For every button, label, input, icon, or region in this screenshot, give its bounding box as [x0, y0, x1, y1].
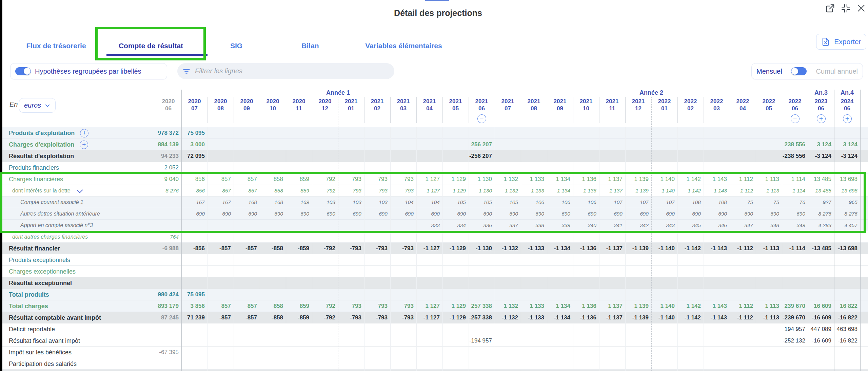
- column-separator: [677, 97, 678, 123]
- grouping-switch[interactable]: [15, 67, 30, 75]
- column-header-2022-01: 202201: [651, 98, 677, 112]
- cell: 3 856: [181, 300, 208, 312]
- cell: -1 136: [573, 312, 599, 323]
- cell: -67 395: [155, 347, 181, 358]
- cell: 857: [208, 185, 234, 197]
- cell: 333: [416, 220, 442, 231]
- collapse-column-icon[interactable]: −: [477, 114, 486, 123]
- column-header-2021-04: 202104: [416, 98, 442, 112]
- cell: 690: [390, 208, 416, 220]
- open-in-new-window-icon[interactable]: [825, 3, 835, 13]
- cell: -1 142: [677, 312, 704, 323]
- cell: 1 137: [599, 300, 625, 312]
- column-separator-strong: [181, 90, 182, 371]
- table-row-4: Charges financières9 0408568578578588597…: [2, 173, 868, 185]
- cell: 107: [625, 197, 651, 208]
- cell: 1 143: [704, 185, 730, 197]
- cell: -859: [286, 312, 312, 323]
- column-separator-body: [704, 127, 704, 371]
- cell: 858: [260, 300, 286, 312]
- cell: 1 136: [573, 173, 599, 185]
- cell: 1 113: [756, 300, 782, 312]
- cell: 2 052: [155, 162, 181, 173]
- tab-4[interactable]: Variables élémentaires: [355, 37, 452, 55]
- exit-fullscreen-icon[interactable]: [841, 3, 850, 13]
- cell: -16 609: [808, 335, 834, 347]
- table-row-1: Charges d'exploitation+884 1393 000256 2…: [2, 139, 868, 150]
- cell: 104: [390, 197, 416, 208]
- cell: 1 129: [442, 185, 469, 197]
- cell: 1 140: [651, 185, 677, 197]
- filter-input[interactable]: Filtrer les lignes: [177, 63, 394, 79]
- column-separator-strong: [834, 90, 834, 371]
- column-header-2021-08: 202108: [521, 98, 547, 112]
- period-cumul-label[interactable]: Cumul annuel: [816, 68, 858, 75]
- cell: 1 127: [416, 185, 442, 197]
- table-row-5: dont intérêts sur la dette8 276856857857…: [2, 185, 868, 197]
- cell: -793: [338, 243, 364, 254]
- cell: -857: [208, 243, 234, 254]
- column-header-2020-08: 202008: [208, 98, 234, 112]
- cell: -13 485: [808, 243, 834, 254]
- column-separator-body: [390, 127, 391, 371]
- active-tab-underline: [106, 54, 208, 56]
- expand-column-icon[interactable]: +: [843, 114, 852, 123]
- cell: 1 143: [704, 300, 730, 312]
- row-label: Produits d'exploitation+: [9, 127, 88, 139]
- cell: -1 133: [521, 243, 547, 254]
- unit-select[interactable]: euros: [19, 98, 56, 113]
- tab-0[interactable]: Flux de trésorerie: [6, 37, 106, 55]
- expand-row-icon[interactable]: +: [80, 129, 88, 137]
- cell: 859: [286, 185, 312, 197]
- row-label: Apport en compte associé n°3: [20, 220, 93, 231]
- close-icon[interactable]: [856, 3, 866, 13]
- row-label: Résultat fiscal avant impôt: [9, 335, 80, 347]
- cell: 1 142: [677, 185, 704, 197]
- cell: -238 556: [782, 150, 808, 162]
- row-label-text: Participation des salariés: [9, 358, 77, 370]
- cell: -792: [312, 243, 338, 254]
- cell: 105: [442, 197, 469, 208]
- column-header-2021-03: 202103: [390, 98, 416, 112]
- cell: 3 124: [808, 139, 834, 150]
- tab-3[interactable]: Bilan: [265, 37, 355, 55]
- cell: 1 137: [599, 173, 625, 185]
- row-label: Résultat exceptionnel: [9, 277, 72, 289]
- expand-row-icon[interactable]: +: [80, 141, 88, 149]
- cell: 106: [521, 197, 547, 208]
- cell: 1 133: [521, 185, 547, 197]
- column-header-2020-12: 202012: [312, 98, 338, 112]
- cell: 690: [573, 208, 599, 220]
- cell: 1 140: [651, 300, 677, 312]
- cell: 857: [234, 173, 260, 185]
- cell: 103: [364, 197, 390, 208]
- period-switch[interactable]: [792, 67, 807, 75]
- row-label-text: dont autres charges financières: [12, 231, 88, 243]
- row-label: Charges exceptionnelles: [9, 266, 76, 277]
- cell: 8 276: [834, 208, 860, 220]
- cell: 1 112: [730, 300, 756, 312]
- table-row-19: Impôt sur les bénéfices-67 395: [2, 347, 868, 358]
- period-mensuel-label[interactable]: Mensuel: [756, 68, 782, 75]
- cell: -1 132: [495, 243, 521, 254]
- row-label: Participation des salariés: [9, 358, 77, 370]
- cell: -239 670: [782, 312, 808, 323]
- grouping-toggle[interactable]: Hypothèses regroupées par libellés: [10, 63, 167, 79]
- cell: 690: [756, 208, 782, 220]
- cell: -1 114: [782, 243, 808, 254]
- tab-1[interactable]: Compte de résultat: [106, 37, 208, 55]
- cell: 857: [208, 300, 234, 312]
- cell: 9 040: [155, 173, 181, 185]
- expand-column-icon[interactable]: +: [817, 114, 826, 123]
- period-toggle[interactable]: Mensuel Cumul annuel: [751, 63, 863, 79]
- cell: 764: [155, 231, 181, 243]
- tab-2[interactable]: SIG: [208, 37, 265, 55]
- cell: 1 112: [730, 185, 756, 197]
- collapse-row-chevron-icon[interactable]: [77, 187, 83, 193]
- grouping-toggle-label: Hypothèses regroupées par libellés: [35, 68, 141, 75]
- cell: 793: [338, 173, 364, 185]
- export-button[interactable]: Exporter: [816, 34, 866, 50]
- cell: -1 137: [599, 243, 625, 254]
- column-header-2024-06: 202406: [834, 98, 860, 112]
- collapse-column-icon[interactable]: −: [791, 114, 800, 123]
